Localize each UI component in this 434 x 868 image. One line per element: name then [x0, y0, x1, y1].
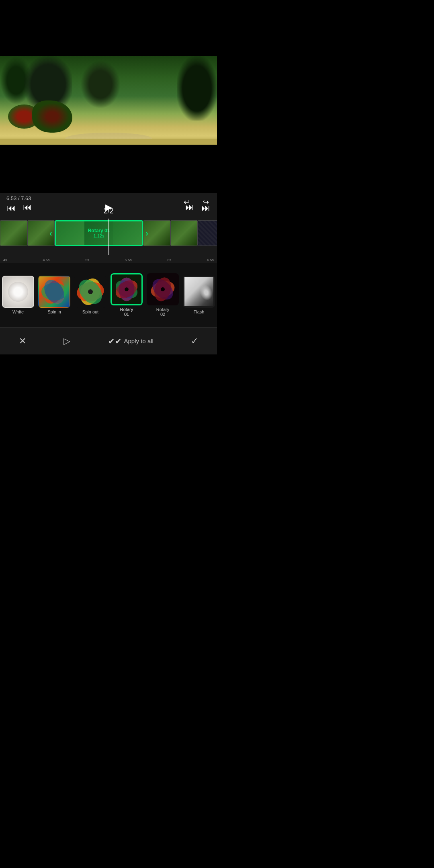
bottom-bar: ✕ ▷ ✔✔ Apply to all ✓	[0, 327, 217, 354]
transition-name-flash: Flash	[194, 309, 205, 314]
transition-thumb-white	[2, 276, 34, 308]
ruler-mark-6-5s: 6.5s	[207, 258, 214, 262]
svg-point-13	[125, 287, 129, 291]
svg-point-7	[88, 289, 93, 294]
transitions-row: White Spin in	[0, 263, 217, 327]
transition-item-rotary-02[interactable]: Rotary02	[145, 273, 181, 317]
cancel-icon: ✕	[19, 336, 26, 346]
play-icon: ▷	[63, 336, 70, 346]
transition-item-white[interactable]: White	[0, 276, 36, 314]
ruler-mark-4-5s: 4.5s	[43, 258, 49, 262]
timeline-scroll[interactable]: ‹ › Rotary 01 1.12s	[0, 219, 217, 255]
timeline-next-arrow[interactable]: ›	[145, 229, 148, 238]
ruler-mark-5-5s: 5.5s	[125, 258, 132, 262]
timeline-prev-arrow[interactable]: ‹	[49, 229, 52, 238]
playhead	[108, 219, 109, 255]
ruler-mark-4s: 4s	[3, 258, 7, 262]
selected-transition-name: Rotary 01	[88, 228, 110, 233]
confirm-icon: ✓	[191, 336, 198, 346]
timeline-ruler: 4s 4.5s 5s 5.5s 6s 6.5s	[0, 255, 217, 263]
transition-thumb-rotary-02	[147, 273, 179, 305]
transition-item-flash[interactable]: Flash	[181, 276, 217, 314]
transition-name-spin-out: Spin out	[82, 309, 98, 314]
transition-name-spin-in: Spin in	[47, 309, 61, 314]
selected-transition-duration: 1.12s	[94, 233, 104, 238]
ruler-mark-5s: 5s	[85, 258, 89, 262]
video-preview-area	[0, 0, 217, 193]
skip-forward-button[interactable]: ⏭	[182, 200, 197, 215]
transition-name-rotary-02: Rotary02	[156, 307, 169, 317]
clip-thumb-5[interactable]	[198, 220, 217, 246]
ruler-mark-6s: 6s	[168, 258, 172, 262]
transition-thumb-rotary-01	[111, 273, 143, 305]
transition-item-rotary-01[interactable]: Rotary01	[108, 273, 145, 317]
timeline-area: ‹ › Rotary 01 1.12s	[0, 217, 217, 263]
controls-bar: 6.53 / 7.63 ↩ ↪ ⏮ ▶ ⏭ 2/2 ⏭ ⏮	[0, 193, 217, 217]
apply-all-button[interactable]: ✔✔ Apply to all	[108, 336, 154, 346]
clip-thumb-4[interactable]	[170, 220, 198, 246]
transition-item-spin-out[interactable]: Spin out	[72, 276, 108, 314]
transition-thumb-spin-out	[74, 276, 106, 308]
next-clip-button[interactable]: ⏭	[199, 201, 213, 215]
preview-button[interactable]: ▷	[63, 336, 70, 346]
clip-thumb-1[interactable]	[0, 220, 27, 246]
transition-name-rotary-01: Rotary01	[120, 307, 133, 317]
clip-counter: 2/2	[103, 207, 113, 215]
confirm-button[interactable]: ✓	[191, 336, 198, 346]
cancel-button[interactable]: ✕	[19, 336, 26, 346]
transition-name-white: White	[12, 309, 24, 314]
apply-all-label: Apply to all	[124, 338, 154, 344]
transition-item-spin-in[interactable]: Spin in	[36, 276, 72, 314]
skip-to-prev-button[interactable]: ⏮	[20, 200, 35, 215]
transition-thumb-spin-in	[38, 276, 70, 308]
double-check-icon: ✔✔	[108, 336, 122, 346]
video-frame	[0, 56, 217, 145]
prev-clip-button[interactable]: ⏮	[4, 201, 18, 215]
transition-thumb-flash	[183, 276, 215, 308]
svg-point-18	[161, 287, 165, 291]
